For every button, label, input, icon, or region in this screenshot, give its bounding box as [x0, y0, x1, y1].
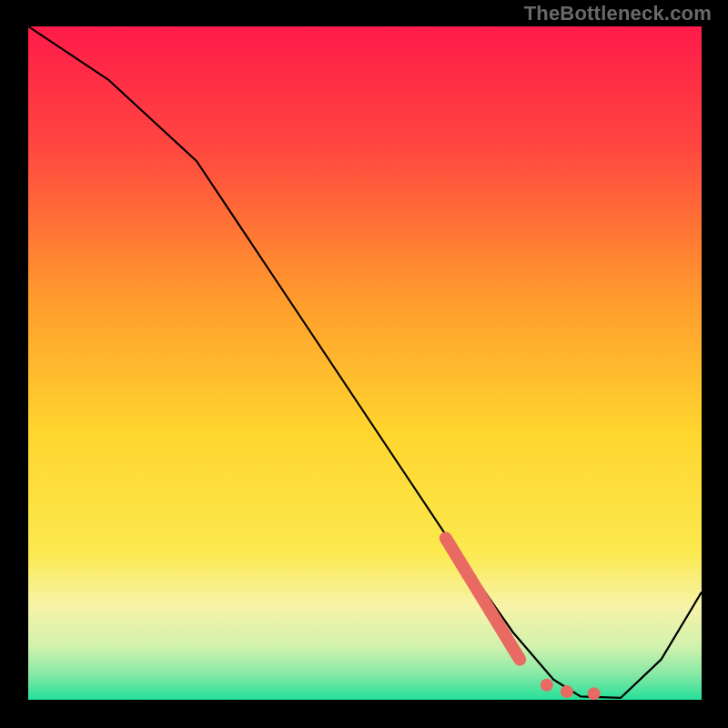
chart-container: TheBottleneck.com: [0, 0, 728, 728]
highlight-dot: [588, 687, 601, 700]
highlight-dot: [541, 679, 553, 692]
highlight-dot: [561, 685, 573, 698]
bottleneck-chart: [28, 26, 702, 700]
gradient-background: [28, 26, 702, 700]
watermark-text: TheBottleneck.com: [524, 2, 712, 25]
